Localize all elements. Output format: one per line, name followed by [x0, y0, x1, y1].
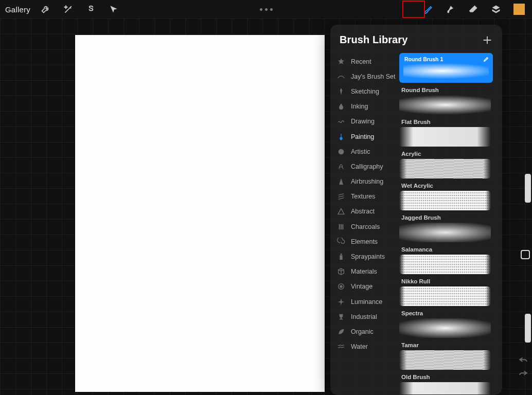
undo-button[interactable]: [519, 355, 528, 362]
more-button[interactable]: [260, 0, 273, 19]
brush-preview: [399, 255, 491, 274]
brush-category-label: Inking: [351, 103, 368, 110]
brush-library-popover: Brush Library RecentJay's Brush SetSketc…: [330, 25, 502, 395]
brush-icon: [336, 132, 346, 141]
brush-category-list[interactable]: RecentJay's Brush SetSketchingInkingDraw…: [330, 53, 397, 394]
brush-name: Acrylic: [401, 151, 497, 157]
actions-button[interactable]: [34, 0, 57, 19]
brush-category-label: Materials: [351, 268, 377, 275]
brush-item[interactable]: Nikko Rull: [399, 278, 497, 306]
brush-tool-button[interactable]: [417, 0, 439, 19]
brush-item[interactable]: Tamar: [399, 342, 497, 370]
brush-category-item[interactable]: Luminance: [330, 294, 397, 309]
smudge-tool-button[interactable]: [439, 0, 462, 19]
brush-category-label: Vintage: [351, 283, 373, 290]
gallery-button[interactable]: Gallery: [5, 5, 30, 14]
brush-category-item[interactable]: Jay's Brush Set: [330, 69, 397, 84]
brush-name: Nikko Rull: [401, 278, 497, 284]
star-icon: [336, 57, 346, 66]
brush-name: Round Brush: [401, 87, 497, 93]
brush-category-label: Organic: [351, 328, 374, 335]
brush-item[interactable]: Flat Brush: [399, 119, 497, 147]
brush-preview: [399, 350, 491, 370]
svg-point-7: [340, 285, 342, 288]
brush-category-item[interactable]: Textures: [330, 189, 397, 204]
brush-category-item[interactable]: Inking: [330, 99, 397, 114]
undo-icon: [519, 357, 528, 363]
brush-category-label: Recent: [351, 58, 371, 65]
brush-item[interactable]: Salamanca: [399, 246, 497, 274]
brush-category-label: Artistic: [351, 148, 370, 155]
modify-button[interactable]: [521, 250, 530, 259]
brush-name: Spectra: [401, 310, 497, 316]
paintbrush-icon: [423, 4, 433, 14]
brush-category-item[interactable]: Airbrushing: [330, 174, 397, 189]
canvas[interactable]: [75, 35, 325, 392]
redo-button[interactable]: [519, 368, 528, 375]
brush-category-item[interactable]: Materials: [330, 264, 397, 279]
brush-item[interactable]: Round Brush 1: [399, 53, 493, 83]
brush-category-label: Jay's Brush Set: [351, 73, 395, 80]
brush-category-item[interactable]: Artistic: [330, 144, 397, 159]
stroke-icon: [336, 72, 346, 81]
eraser-tool-button[interactable]: [462, 0, 485, 19]
selection-button[interactable]: [80, 0, 102, 19]
brush-category-item[interactable]: Water: [330, 339, 397, 354]
brush-category-item[interactable]: Abstract: [330, 204, 397, 219]
brush-category-label: Industrial: [351, 313, 377, 320]
brush-size-slider[interactable]: [525, 174, 531, 203]
cursor-icon: [109, 4, 119, 14]
brush-category-label: Elements: [351, 238, 378, 245]
brush-list[interactable]: Round Brush 1Round BrushFlat BrushAcryli…: [397, 53, 502, 394]
opacity-slider[interactable]: [525, 314, 531, 343]
brush-preview: [399, 159, 491, 178]
brush-category-item[interactable]: Elements: [330, 234, 397, 249]
brush-category-item[interactable]: Recent: [330, 54, 397, 69]
cube-icon: [336, 267, 346, 276]
brush-category-item[interactable]: Sketching: [330, 84, 397, 99]
brush-name: Salamanca: [401, 246, 497, 253]
move-button[interactable]: [102, 0, 125, 19]
adjustments-button[interactable]: [57, 0, 80, 19]
brush-category-item[interactable]: Charcoals: [330, 219, 397, 234]
brush-category-item[interactable]: Calligraphy: [330, 159, 397, 174]
brush-preview: [399, 382, 491, 394]
brush-item[interactable]: Old Brush: [399, 374, 497, 394]
brush-category-item[interactable]: Spraypaints: [330, 249, 397, 264]
add-brush-button[interactable]: [482, 34, 493, 46]
brush-preview: [399, 286, 491, 306]
brush-item[interactable]: Jagged Brush: [399, 214, 497, 242]
brush-preview: [399, 191, 491, 210]
drop-icon: [336, 102, 346, 111]
brush-category-label: Calligraphy: [351, 163, 383, 170]
edit-brush-icon: [483, 57, 489, 62]
brush-category-item[interactable]: Painting: [330, 129, 397, 144]
redo-icon: [519, 370, 528, 376]
s-icon: [86, 4, 96, 14]
brush-category-item[interactable]: Organic: [330, 324, 397, 339]
layers-button[interactable]: [485, 0, 507, 19]
svg-point-2: [342, 150, 343, 151]
script-a-icon: [336, 162, 346, 171]
brush-category-item[interactable]: Industrial: [330, 309, 397, 324]
waves-icon: [336, 342, 346, 351]
trophy-icon: [336, 312, 346, 321]
brush-item[interactable]: Acrylic: [399, 151, 497, 178]
wrench-icon: [41, 4, 51, 14]
brush-preview: [403, 63, 489, 79]
brush-category-label: Sketching: [351, 88, 379, 95]
svg-point-0: [339, 149, 344, 154]
brush-item[interactable]: Spectra: [399, 310, 497, 338]
svg-rect-4: [340, 255, 342, 260]
color-picker-button[interactable]: [513, 4, 525, 15]
smudge-icon: [446, 4, 456, 14]
brush-item[interactable]: Round Brush: [399, 87, 497, 115]
brush-category-label: Painting: [351, 133, 374, 140]
plus-icon: [482, 34, 493, 46]
brush-category-item[interactable]: Vintage: [330, 279, 397, 294]
brush-category-label: Airbrushing: [351, 178, 383, 185]
brush-item[interactable]: Wet Acrylic: [399, 183, 497, 210]
bars-icon: [336, 222, 346, 231]
brush-category-item[interactable]: Drawing: [330, 114, 397, 129]
palette-icon: [336, 147, 346, 156]
